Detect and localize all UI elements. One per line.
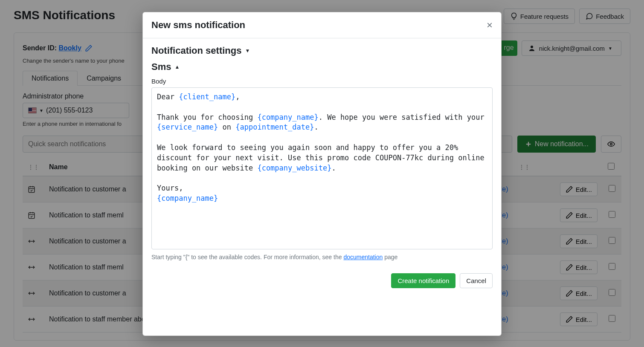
placeholder-token: {company_website} [257, 164, 331, 172]
sms-label: Sms [151, 61, 171, 72]
notification-settings-label: Notification settings [151, 45, 241, 56]
placeholder-token: {company_name} [157, 194, 218, 202]
close-icon: × [487, 19, 493, 31]
placeholder-token: {client_name} [179, 93, 235, 101]
notification-settings-collapser[interactable]: Notification settings ▼ [151, 45, 493, 56]
modal-backdrop[interactable]: New sms notification × Notification sett… [0, 0, 644, 347]
help-text-post: page [383, 254, 397, 260]
body-textarea[interactable]: Dear {client_name}, Thank you for choosi… [151, 87, 493, 249]
body-help: Start typing "{" to see the available co… [151, 254, 493, 260]
body-label: Body [151, 78, 493, 85]
cancel-button[interactable]: Cancel [460, 273, 493, 288]
modal-header: New sms notification × [143, 12, 501, 38]
chevron-down-icon: ▼ [245, 48, 250, 54]
modal-title: New sms notification [151, 20, 245, 31]
placeholder-token: {company_name} [257, 113, 318, 121]
chevron-up-icon: ▲ [174, 64, 180, 70]
close-button[interactable]: × [487, 19, 493, 31]
placeholder-token: {appointment_date} [235, 123, 314, 131]
documentation-link[interactable]: documentation [343, 254, 383, 260]
help-text-pre: Start typing "{" to see the available co… [151, 254, 343, 260]
modal-footer: Create notification Cancel [143, 267, 501, 297]
placeholder-token: {service_name} [157, 123, 218, 131]
create-notification-button[interactable]: Create notification [391, 273, 455, 288]
modal-body: Notification settings ▼ Sms ▲ Body Dear … [143, 38, 501, 267]
new-sms-modal: New sms notification × Notification sett… [142, 12, 502, 336]
sms-collapser[interactable]: Sms ▲ [151, 61, 493, 72]
